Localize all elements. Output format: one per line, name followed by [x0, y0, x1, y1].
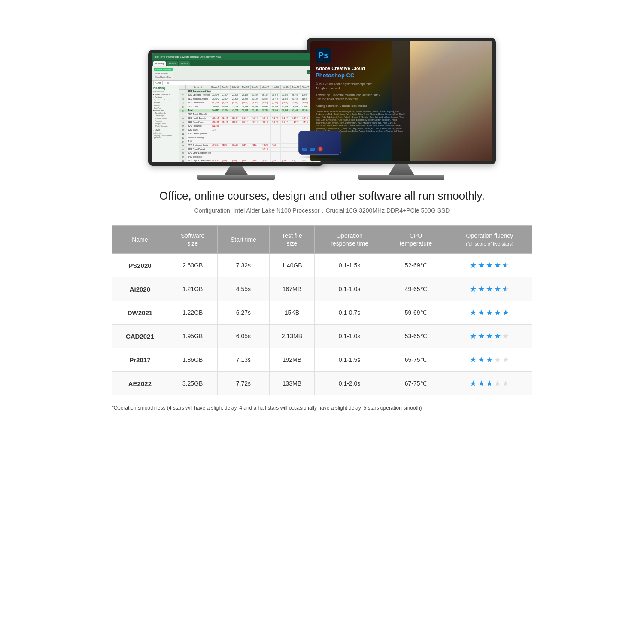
left-screen-frame: File Home Insert Page Layout Formulas Da… [148, 50, 324, 166]
cell-start: 7.13s [217, 348, 270, 372]
col-header-cpu: CPUtemperature [385, 225, 447, 253]
col-header-start: Start time [217, 225, 270, 253]
footnote: *Operation smoothness (4 stars will have… [112, 404, 532, 412]
empty-star: ★ [502, 355, 509, 365]
full-star: ★ [478, 308, 485, 317]
cell-testfile: 192MB [270, 348, 314, 372]
full-star: ★ [478, 284, 485, 294]
col-header-name: Name [112, 225, 168, 253]
cell-stars: ★★★★★★ [447, 254, 532, 277]
cell-name: CAD2021 [112, 325, 168, 348]
mini-pc-ports [302, 147, 337, 151]
table-row: PS2020 2.60GB 7.32s 1.40GB 0.1-1.5s 52-6… [112, 254, 532, 277]
cell-size: 1.95GB [168, 325, 217, 348]
left-stand-base [197, 175, 275, 180]
excel-tabs: Planning Sheet2 Sheet3 [152, 60, 321, 66]
half-star: ★★ [502, 284, 509, 294]
cell-testfile: 1.40GB [270, 254, 314, 277]
ps-logo: Ps [316, 48, 331, 63]
cell-name: PS2020 [112, 254, 168, 277]
col-header-size: Softwaresize [168, 225, 217, 253]
excel-sidebar: Planning Assumptions ▸ Model Information… [152, 85, 179, 162]
mini-pc-shadow [298, 155, 346, 159]
col-header-testfile: Test filesize [270, 225, 314, 253]
cell-name: Pr2017 [112, 348, 168, 372]
empty-star: ★ [502, 331, 509, 341]
full-star: ★ [486, 308, 493, 317]
table-row: CAD2021 1.95GB 6.05s 2.13MB 0.1-1.0s 53-… [112, 325, 532, 348]
table-header-row: Name Softwaresize Start time Test filesi… [112, 225, 532, 253]
empty-star: ★ [502, 379, 509, 388]
usb-port-1 [302, 148, 307, 151]
other-tab2: Sheet3 [179, 61, 190, 66]
empty-star: ★ [494, 355, 501, 365]
cell-size: 1.86GB [168, 348, 217, 372]
content-section: Office, online courses, design and other… [94, 180, 550, 425]
cell-size: 1.22GB [168, 301, 217, 325]
cell-response: 0.1-2.0s [314, 372, 385, 395]
ps-app-name: Adobe Creative Cloud [316, 66, 405, 71]
full-star: ★ [494, 284, 501, 294]
full-star: ★ [486, 355, 493, 365]
cell-response: 0.1-0.7s [314, 301, 385, 325]
left-screen-inner: File Home Insert Page Layout Formulas Da… [152, 53, 321, 162]
full-star: ★ [470, 261, 477, 270]
table-row: AE2022 3.25GB 7.72s 133MB 0.1-2.0s 67-75… [112, 372, 532, 395]
cell-temp: 67-75℃ [385, 372, 447, 395]
cell-stars: ★★★★★ [447, 348, 532, 372]
full-star: ★ [494, 308, 501, 317]
right-stand-base [358, 175, 444, 180]
cell-start: 6.05s [217, 325, 270, 348]
half-star: ★★ [502, 261, 509, 270]
full-star: ★ [470, 308, 477, 317]
ps-loading: Adding extension... Halide Bottlenecks [316, 104, 405, 108]
full-star: ★ [478, 331, 485, 341]
excel-col-headers: Account Project2 Jan-20 Feb-20 Mar-20 Ap… [179, 85, 321, 90]
cell-stars: ★★★★★ [447, 301, 532, 325]
cell-response: 0.1-1.5s [314, 348, 385, 372]
cell-start: 7.72s [217, 372, 270, 395]
cell-testfile: 2.13MB [270, 325, 314, 348]
col-header-fluency: Operation fluency(full score of five sta… [447, 225, 532, 253]
ps-artwork-credit: Artwork by Elizaveta Porodina and Janusz… [316, 93, 405, 102]
full-star: ★ [470, 284, 477, 294]
left-stand-neck [225, 166, 248, 175]
cell-response: 0.1-1.0s [314, 277, 385, 301]
full-star: ★ [470, 379, 477, 388]
cell-stars: ★★★★★★ [447, 277, 532, 301]
table-row: Ai2020 1.21GB 4.55s 167MB 0.1-1.0s 49-65… [112, 277, 532, 301]
cell-temp: 65-75℃ [385, 348, 447, 372]
full-star: ★ [486, 379, 493, 388]
excel-ribbon: Preserve Formatting Group Accounts Show … [152, 66, 321, 81]
cell-response: 0.1-1.5s [314, 254, 385, 277]
full-star: ★ [470, 331, 477, 341]
power-button [319, 147, 322, 151]
full-star: ★ [502, 308, 509, 317]
cell-temp: 59-69℃ [385, 301, 447, 325]
cell-stars: ★★★★★ [447, 325, 532, 348]
right-monitor: Ps Adobe Creative Cloud Photoshop CC © 1… [307, 38, 496, 180]
table-row: Pr2017 1.86GB 7.13s 192MB 0.1-1.5s 65-75… [112, 348, 532, 372]
cell-size: 2.60GB [168, 254, 217, 277]
cell-name: Ai2020 [112, 277, 168, 301]
ps-copyright: © 1990-2019 Adobe Systems Incorporated.A… [316, 82, 405, 91]
full-star: ★ [486, 284, 493, 294]
excel-titlebar: File Home Insert Page Layout Formulas Da… [152, 53, 321, 60]
performance-table: Name Softwaresize Start time Test filesi… [112, 225, 532, 395]
mini-pc [298, 131, 346, 159]
full-star: ★ [470, 355, 477, 365]
ps-product: Photoshop CC [316, 72, 405, 79]
cell-start: 7.32s [217, 254, 270, 277]
cell-testfile: 15KB [270, 301, 314, 325]
planning-tab: Planning [153, 61, 166, 66]
cell-testfile: 167MB [270, 277, 314, 301]
cell-temp: 52-69℃ [385, 254, 447, 277]
cell-temp: 53-65℃ [385, 325, 447, 348]
cell-size: 1.21GB [168, 277, 217, 301]
full-star: ★ [494, 261, 501, 270]
full-star: ★ [478, 261, 485, 270]
col-header-response: Operationresponse time [314, 225, 385, 253]
full-star: ★ [478, 379, 485, 388]
other-tab: Sheet2 [167, 61, 178, 66]
cell-start: 6.27s [217, 301, 270, 325]
